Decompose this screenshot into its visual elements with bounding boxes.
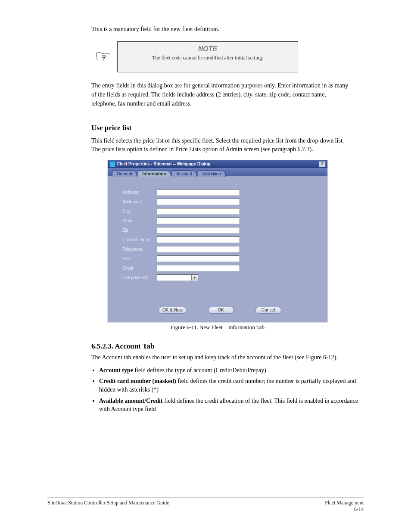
city-field[interactable] [157,208,240,215]
tab-validation[interactable]: Validation [198,170,226,177]
telephone-field[interactable] [157,246,240,252]
email-field[interactable] [157,265,240,271]
footer-section-name: Fleet Management [325,500,364,506]
address2-field[interactable] [157,199,240,205]
dialog-titlebar: Fleet Properties - Siteomat -- Webpage D… [108,160,327,168]
use-price-list-heading: Use price list [91,124,364,132]
dialog-tabstrip: General Information Account Validation [108,168,327,176]
note-title: NOTE [123,45,293,53]
list-item: Credit card number (masked) field define… [99,377,358,394]
fleet-properties-dialog: Fleet Properties - Siteomat -- Webpage D… [108,160,327,322]
pointing-hand-icon: ☞ [95,48,111,66]
use-price-list-description: This field selects the price list of thi… [91,137,350,154]
footer-right: Fleet Management 6-14 [325,500,364,512]
credit-card-label: Credit card number (masked) [99,378,176,384]
email-label: Email: [115,266,157,271]
price-list-select[interactable]: ▼ [157,274,198,281]
close-icon[interactable]: × [319,161,326,167]
list-item: Available amount/Credit field defines th… [99,397,358,414]
telephone-label: Telephone: [115,247,157,252]
account-tab-section: 6.5.2.3. Account Tab The Account tab ena… [91,342,358,414]
dialog-button-row: OK & New OK Cancel [115,307,320,314]
tab-account[interactable]: Account [172,170,197,177]
page-root: This is a mandatory field for the new fl… [0,0,411,532]
fax-label: Fax: [115,256,157,261]
chevron-down-icon[interactable]: ▼ [191,275,198,280]
address-label: Address: [115,190,157,195]
figure-caption: Figure 6-11. New Fleet – Information Tab [108,324,327,331]
page-footer: SiteOmat Station Controller Setup and Ma… [47,498,364,512]
address-field[interactable] [157,189,240,196]
information-tab-description: The entry fields in this dialog box are … [91,81,350,108]
account-field-list: Account type field defines the type of a… [91,366,358,414]
list-item: Account type field defines the type of a… [99,366,358,375]
contact-label: Contact name: [115,237,157,242]
state-field[interactable] [157,218,240,224]
state-label: State: [115,218,157,223]
account-tab-heading: 6.5.2.3. Account Tab [91,342,358,351]
account-tab-intro: The Account tab enables the user to set … [91,353,358,362]
note-body: The fleet code cannot be modified after … [123,55,293,62]
zip-label: Zip: [115,228,157,233]
zip-field[interactable] [157,227,240,233]
fax-field[interactable] [157,255,240,262]
footer-page-number: 6-14 [325,506,364,512]
cancel-button[interactable]: Cancel [255,307,281,314]
tab-information[interactable]: Information [138,170,171,177]
account-type-label: Account type [99,367,133,373]
city-label: City: [115,209,157,214]
intro-text: This is a mandatory field for the new fl… [91,26,364,33]
footer-left: SiteOmat Station Controller Setup and Ma… [47,500,169,506]
available-amount-label: Available amount/Credit [99,398,163,404]
dialog-body: Address: Address 2: City: State: Zip: Co… [108,176,327,322]
ok-new-button[interactable]: OK & New [159,307,187,314]
address2-label: Address 2: [115,199,157,204]
note-box: NOTE The fleet code cannot be modified a… [117,41,298,72]
ok-button[interactable]: OK [208,307,234,314]
tab-general[interactable]: General [112,170,137,177]
note-row: ☞ NOTE The fleet code cannot be modified… [95,41,364,72]
contact-field[interactable] [157,236,240,243]
ie-icon [109,161,115,167]
dialog-title: Fleet Properties - Siteomat -- Webpage D… [117,162,211,166]
price-list-label: Use price list: [115,275,157,280]
